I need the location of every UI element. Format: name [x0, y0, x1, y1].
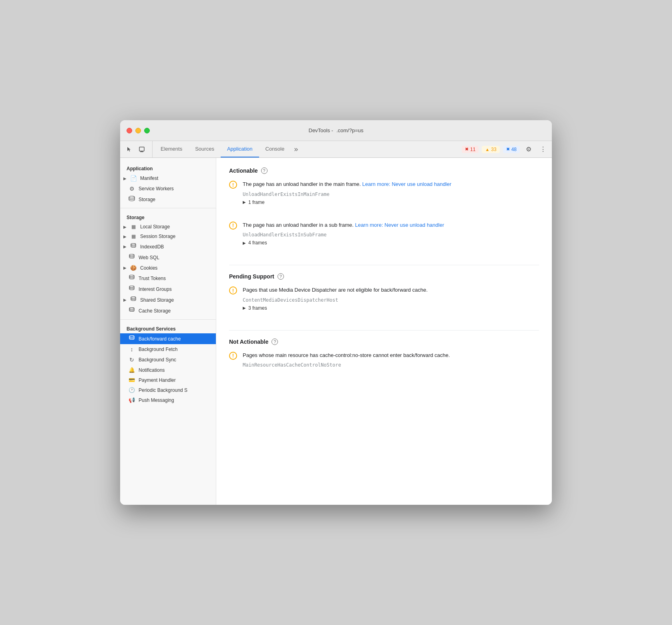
arrow-icon: ▶	[123, 298, 127, 302]
arrow-icon: ▶	[123, 176, 127, 181]
svg-rect-2	[141, 151, 142, 152]
svg-point-10	[129, 336, 134, 337]
section-actionable-title: Actionable	[229, 167, 258, 174]
manifest-icon: 📄	[130, 175, 137, 181]
frame-count-3: 3 frames	[248, 305, 267, 311]
content-area: Actionable ? ! The page has an unload ha…	[216, 158, 552, 505]
back-forward-cache-label: Back/forward cache	[139, 336, 181, 342]
learn-more-link-2[interactable]: Learn more: Never use unload handler	[355, 222, 444, 228]
sidebar-item-web-sql[interactable]: Web SQL	[120, 252, 216, 263]
sidebar-item-service-workers[interactable]: ⚙ Service Workers	[120, 183, 216, 194]
issue-unload-main-content: The page has an unload handler in the ma…	[243, 180, 539, 205]
arrow-icon: ▶	[123, 234, 127, 239]
sidebar-item-manifest[interactable]: ▶ 📄 Manifest	[120, 173, 216, 183]
background-fetch-icon: ↕	[128, 346, 135, 353]
learn-more-link-1[interactable]: Learn more: Never use unload handler	[362, 181, 451, 187]
section-pending-title: Pending Support	[229, 273, 274, 280]
svg-point-8	[131, 297, 136, 298]
sidebar-item-trust-tokens[interactable]: Trust Tokens	[120, 273, 216, 284]
maximize-button[interactable]	[144, 128, 150, 133]
issue-cache-control: ! Pages whose main resource has cache-co…	[229, 351, 539, 379]
sidebar-item-notifications[interactable]: 🔔 Notifications	[120, 365, 216, 375]
sidebar-section-background-services: Background Services	[120, 323, 216, 333]
actionable-help-icon[interactable]: ?	[261, 167, 268, 174]
trust-tokens-label: Trust Tokens	[139, 276, 166, 281]
sidebar-item-background-fetch[interactable]: ↕ Background Fetch	[120, 344, 216, 355]
frame-expand-2[interactable]: ▶ 4 frames	[243, 240, 539, 246]
inspect-icon[interactable]	[136, 144, 147, 155]
divider-1	[120, 208, 216, 208]
sidebar-item-interest-groups[interactable]: Interest Groups	[120, 284, 216, 294]
section-pending-header: Pending Support ?	[229, 273, 539, 280]
notifications-icon: 🔔	[128, 367, 135, 373]
tabbar: Elements Sources Application Console » ✖…	[120, 141, 552, 158]
issue-unload-main-code: UnloadHandlerExistsInMainFrame	[243, 192, 539, 197]
section-not-actionable: Not Actionable ? ! Pages whose main reso…	[229, 339, 539, 379]
interest-groups-label: Interest Groups	[139, 286, 172, 292]
issue-unload-sub: ! The page has an unload handler in a su…	[229, 221, 539, 254]
frame-expand-3[interactable]: ▶ 3 frames	[243, 305, 539, 311]
warning-icon-3: !	[229, 286, 237, 294]
info-badge[interactable]: ✖ 48	[503, 146, 520, 153]
error-badge[interactable]: ✖ 11	[462, 146, 479, 153]
payment-handler-icon: 💳	[128, 377, 135, 383]
close-button[interactable]	[127, 128, 132, 133]
sidebar-item-indexeddb[interactable]: ▶ IndexedDB	[120, 241, 216, 252]
frame-arrow-icon-1: ▶	[243, 200, 246, 204]
svg-point-5	[129, 254, 134, 256]
push-messaging-label: Push Messaging	[139, 397, 174, 403]
tab-right: ✖ 11 ▲ 33 ✖ 48 ⚙ ⋮	[462, 141, 549, 157]
sidebar-item-storage-app[interactable]: Storage	[120, 194, 216, 205]
storage-icon	[128, 196, 135, 203]
pending-help-icon[interactable]: ?	[278, 273, 284, 280]
sidebar-item-local-storage[interactable]: ▶ ▦ Local Storage	[120, 222, 216, 232]
svg-point-3	[129, 196, 135, 198]
tab-sources[interactable]: Sources	[189, 141, 221, 157]
sidebar-item-push-messaging[interactable]: 📢 Push Messaging	[120, 395, 216, 405]
devtools-window: DevTools - .com/?p=us Elements	[120, 120, 552, 505]
section-not-actionable-header: Not Actionable ?	[229, 339, 539, 345]
tab-application[interactable]: Application	[221, 141, 259, 157]
sidebar-item-shared-storage[interactable]: ▶ Shared Storage	[120, 294, 216, 305]
section-actionable: Actionable ? ! The page has an unload ha…	[229, 167, 539, 254]
cookies-icon: 🍪	[130, 265, 137, 271]
cursor-icon[interactable]	[123, 144, 135, 155]
section-pending-support: Pending Support ? ! Pages that use Media…	[229, 273, 539, 319]
settings-button[interactable]: ⚙	[523, 144, 534, 155]
frame-expand-1[interactable]: ▶ 1 frame	[243, 200, 539, 205]
svg-point-4	[131, 244, 136, 245]
warning-icon-4: !	[229, 352, 237, 360]
issue-media-device-text: Pages that use Media Device Dispatcher a…	[243, 286, 539, 294]
not-actionable-help-icon[interactable]: ?	[272, 339, 278, 345]
tab-elements[interactable]: Elements	[154, 141, 189, 157]
warning-count: 33	[491, 147, 496, 152]
sidebar-item-background-sync[interactable]: ↻ Background Sync	[120, 355, 216, 365]
session-storage-icon: ▦	[130, 234, 137, 239]
info-icon: ✖	[506, 147, 510, 152]
more-button[interactable]: ⋮	[537, 144, 549, 155]
sidebar-item-cache-storage[interactable]: Cache Storage	[120, 305, 216, 316]
cache-storage-label: Cache Storage	[139, 308, 171, 314]
sidebar-item-back-forward-cache[interactable]: Back/forward cache	[120, 333, 216, 344]
sidebar-item-session-storage[interactable]: ▶ ▦ Session Storage	[120, 232, 216, 241]
svg-point-7	[129, 286, 134, 288]
issue-unload-sub-code: UnloadHandlerExistsInSubFrame	[243, 232, 539, 238]
indexeddb-label: IndexedDB	[140, 244, 164, 250]
section-actionable-header: Actionable ?	[229, 167, 539, 174]
frame-count-1: 1 frame	[248, 200, 265, 205]
svg-rect-0	[139, 147, 144, 151]
tab-console[interactable]: Console	[259, 141, 291, 157]
gear-icon: ⚙	[526, 145, 531, 153]
manifest-label: Manifest	[140, 175, 158, 181]
issue-media-device-code: ContentMediaDevicesDispatcherHost	[243, 297, 539, 303]
more-icon: ⋮	[540, 145, 546, 153]
sidebar-item-cookies[interactable]: ▶ 🍪 Cookies	[120, 263, 216, 273]
sidebar-item-periodic-background[interactable]: 🕐 Periodic Background S	[120, 385, 216, 395]
issue-cache-control-code: MainResourceHasCacheControlNoStore	[243, 362, 539, 368]
back-forward-cache-icon	[128, 335, 135, 342]
indexeddb-icon	[130, 243, 137, 250]
sidebar-item-payment-handler[interactable]: 💳 Payment Handler	[120, 375, 216, 385]
warning-badge[interactable]: ▲ 33	[482, 146, 499, 153]
minimize-button[interactable]	[135, 128, 141, 133]
tab-overflow[interactable]: »	[291, 141, 301, 157]
